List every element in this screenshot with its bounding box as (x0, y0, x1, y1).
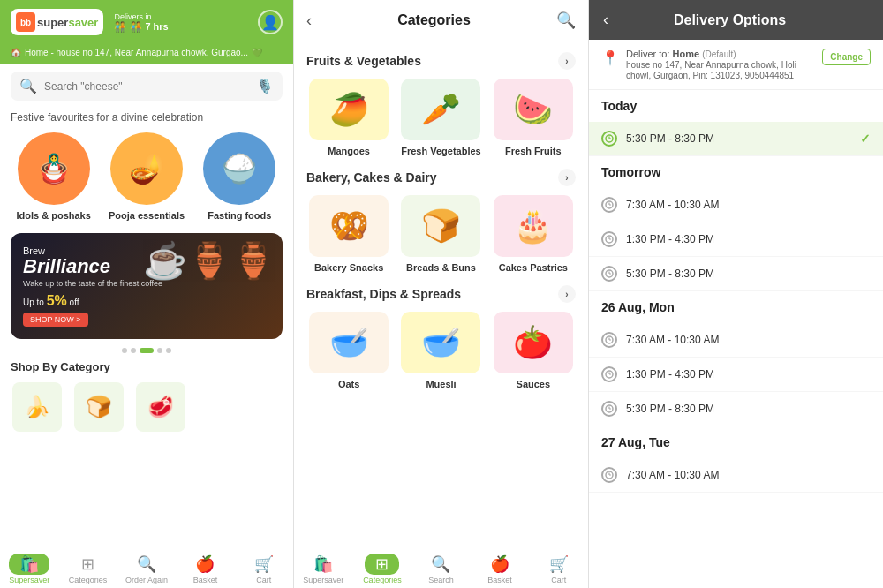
slot-tomorrow-3-time: 5:30 PM - 8:30 PM (626, 268, 871, 280)
food-oats[interactable]: 🥣 Oats (306, 312, 391, 389)
promo-discount: Up to 5% off (23, 293, 270, 309)
bakery-chevron[interactable]: › (558, 169, 576, 186)
slot-26aug-2[interactable]: 1:30 PM - 4:30 PM (589, 358, 883, 392)
breakfast-chevron[interactable]: › (558, 285, 576, 303)
mic-icon[interactable]: 🎙️ (256, 78, 274, 94)
right-back-button[interactable]: ‹ (603, 11, 608, 29)
mid-nav-categories-label: Categories (363, 576, 402, 584)
today-label: Today (601, 99, 871, 113)
mid-nav-cart-icon: 🛒 (549, 554, 569, 574)
cat-item-fasting[interactable]: 🍚 Fasting foods (197, 132, 283, 221)
nav-supersaver[interactable]: 🛍️ Supersaver (0, 554, 58, 584)
day-tomorrow: Tomorrow (589, 156, 883, 188)
fresh-fruits-img: 🍉 (494, 79, 573, 140)
nav-categories[interactable]: ⊞ Categories (58, 554, 117, 584)
home-icon: 🏠 (11, 48, 21, 57)
clock-icon-tomorrow-3 (601, 266, 617, 282)
nav-categories-label: Categories (69, 576, 108, 584)
mid-nav-categories[interactable]: ⊞ Categories (353, 554, 412, 584)
slot-today-1-time: 5:30 PM - 8:30 PM (626, 132, 851, 145)
slot-today-1[interactable]: 5:30 PM - 8:30 PM ✓ (589, 122, 883, 156)
logo-area: bb supersaver Delivers in 🧑‍🤝‍🧑🧑‍🤝‍🧑 7 h… (11, 9, 169, 35)
left-content: Festive favourites for a divine celebrat… (0, 108, 293, 547)
dot-1[interactable] (122, 348, 127, 353)
location-pin-icon: 📍 (601, 49, 619, 66)
carousel-dots (11, 348, 283, 353)
mid-nav-basket[interactable]: 🍎 Basket (471, 554, 530, 584)
oats-label: Oats (338, 379, 359, 389)
food-muesli[interactable]: 🥣 Muesli (398, 312, 483, 389)
nav-order[interactable]: 🔍 Order Again (117, 554, 176, 584)
food-bakery-snacks[interactable]: 🥨 Bakery Snacks (306, 195, 391, 273)
back-button[interactable]: ‹ (306, 11, 312, 30)
mid-search-icon[interactable]: 🔍 (556, 11, 576, 30)
slot-26aug-3-time: 5:30 PM - 8:30 PM (626, 403, 871, 415)
shop-cat-fruits[interactable]: 🍌 (11, 382, 64, 432)
cat-item-pooja[interactable]: 🪔 Pooja essentials (103, 132, 189, 221)
mangoes-label: Mangoes (328, 146, 370, 156)
time-value: 🧑‍🤝‍🧑 7 hrs (130, 21, 168, 33)
nav-basket[interactable]: 🍎 Basket (176, 554, 234, 584)
profile-icon[interactable]: 👤 (258, 10, 283, 34)
nav-cart[interactable]: 🛒 Cart (235, 554, 293, 584)
nav-order-label: Order Again (125, 576, 168, 584)
left-bottom-nav: 🛍️ Supersaver ⊞ Categories 🔍 Order Again… (0, 547, 293, 588)
mangoes-img: 🥭 (309, 79, 389, 140)
right-header: ‹ Delivery Options (589, 0, 883, 40)
address-text: Home - house no 147, Near Annapurna chow… (25, 48, 248, 57)
food-cakes-pastries[interactable]: 🎂 Cakes Pastries (491, 195, 576, 273)
clock-icon-tomorrow-2 (601, 231, 617, 247)
slot-26aug-1-time: 7:30 AM - 10:30 AM (626, 334, 871, 346)
slot-26aug-3[interactable]: 5:30 PM - 8:30 PM (589, 392, 883, 426)
delivers-in-label: Delivers in (114, 12, 168, 21)
clock-icon-26aug-1 (601, 332, 617, 348)
slot-27aug-1-time: 7:30 AM - 10:30 AM (626, 469, 871, 481)
slot-tomorrow-2[interactable]: 1:30 PM - 4:30 PM (589, 222, 883, 257)
clock-icon-tomorrow-1 (601, 197, 617, 213)
mid-nav-search[interactable]: 🔍 Search (411, 554, 471, 584)
mid-nav-search-label: Search (428, 576, 454, 584)
mid-panel: ‹ Categories 🔍 Fruits & Vegetables › 🥭 M… (294, 0, 589, 588)
shop-cat-meat[interactable]: 🥩 (134, 382, 187, 432)
shop-now-button[interactable]: SHOP NOW > (23, 313, 88, 327)
food-mangoes[interactable]: 🥭 Mangoes (306, 79, 391, 156)
slot-tomorrow-1[interactable]: 7:30 AM - 10:30 AM (589, 188, 883, 222)
dot-2[interactable] (131, 348, 136, 353)
slot-26aug-1[interactable]: 7:30 AM - 10:30 AM (589, 323, 883, 358)
fruits-veg-chevron[interactable]: › (558, 52, 576, 70)
shop-cat-bakery[interactable]: 🍞 (72, 382, 125, 432)
food-fresh-fruits[interactable]: 🍉 Fresh Fruits (491, 79, 576, 156)
nav-order-icon: 🔍 (137, 554, 156, 574)
slot-27aug-1[interactable]: 7:30 AM - 10:30 AM (589, 458, 883, 493)
clock-icon-26aug-2 (601, 366, 617, 382)
address-arrow: 💚 (252, 48, 262, 57)
mid-nav-cart[interactable]: 🛒 Cart (529, 554, 588, 584)
promo-banner[interactable]: Brew Brilliance Wake up to the taste of … (11, 233, 283, 339)
deliver-to-bar: 📍 Deliver to: Home (Default) house no 14… (589, 40, 883, 90)
dot-3-active[interactable] (140, 348, 154, 353)
dot-4[interactable] (157, 348, 162, 353)
cat-item-idols[interactable]: 🪆 Idols & poshaks (11, 132, 96, 221)
cat-circle-pooja: 🪔 (110, 132, 183, 205)
search-bar[interactable]: 🔍 🎙️ (11, 72, 283, 101)
breads-buns-label: Breads & Buns (406, 262, 476, 273)
food-breads-buns[interactable]: 🍞 Breads & Buns (398, 195, 483, 273)
app-name: supersaver (37, 16, 98, 29)
day-26aug: 26 Aug, Mon (589, 291, 883, 323)
mid-header: ‹ Categories 🔍 (294, 0, 588, 41)
mid-nav-supersaver-label: Supersaver (303, 576, 343, 584)
dot-5[interactable] (166, 348, 171, 353)
food-sauces[interactable]: 🍅 Sauces (491, 312, 576, 389)
mid-nav-cart-label: Cart (551, 576, 566, 584)
cat-circle-fasting: 🍚 (203, 132, 275, 205)
right-panel: ‹ Delivery Options 📍 Deliver to: Home (D… (589, 0, 883, 588)
slot-tomorrow-3[interactable]: 5:30 PM - 8:30 PM (589, 257, 883, 291)
breakfast-title: Breakfast, Dips & Spreads (306, 287, 461, 301)
search-input[interactable] (44, 80, 249, 93)
food-fresh-veg[interactable]: 🥕 Fresh Vegetables (398, 79, 483, 156)
slot-26aug-2-time: 1:30 PM - 4:30 PM (626, 368, 871, 381)
deliver-to-text: Deliver to: Home (Default) house no 147,… (626, 49, 815, 80)
change-address-button[interactable]: Change (822, 49, 871, 65)
mid-nav-supersaver[interactable]: 🛍️ Supersaver (294, 554, 353, 584)
bakery-title: Bakery, Cakes & Dairy (306, 170, 437, 185)
